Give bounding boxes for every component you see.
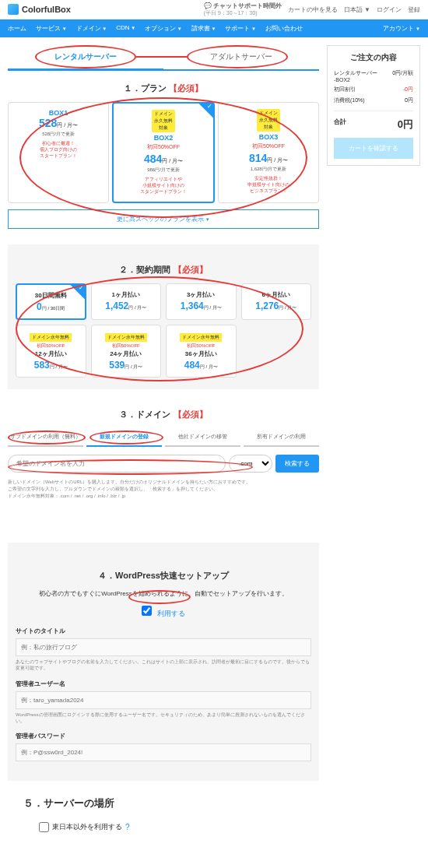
domain-search-input[interactable] (8, 455, 226, 473)
section-2-title: ２．契約期間 【必須】 (16, 264, 311, 276)
tab-rental-server[interactable]: レンタルサーバー (8, 45, 163, 71)
lang-select[interactable]: 日本語 ▼ (344, 5, 370, 14)
check-icon (198, 103, 214, 118)
dtab-new-domain[interactable]: 新規ドメインの登録 (86, 428, 162, 447)
term-1month[interactable]: 1ヶ月払い 1,452円 / 月〜 (91, 283, 162, 320)
term-6month[interactable]: 6ヶ月払い 1,276円 / 月〜 (241, 283, 312, 320)
nav-cdn[interactable]: CDN (116, 24, 135, 33)
section-1-title: １．プラン 【必須】 (8, 83, 319, 94)
brand-text: ColorfulBox (22, 5, 71, 14)
site-title-input[interactable] (16, 638, 311, 656)
login-link[interactable]: ログイン (377, 5, 402, 14)
confirm-cart-button[interactable]: カートを確認する (334, 138, 413, 159)
plan-box3[interactable]: ドメイン 永久無料 対象 BOX3 初回50%OFF 814円 / 月〜 1,6… (218, 102, 319, 202)
nav-support[interactable]: サポート (225, 24, 256, 33)
register-link[interactable]: 登録 (408, 5, 420, 14)
logo-icon (8, 4, 19, 15)
help-icon[interactable]: ? (125, 823, 130, 831)
order-summary: ご注文の内容 レンタルサーバー -BOX20円/月額 初回割引-0円 消費税(1… (327, 45, 420, 166)
nav-contact[interactable]: お問い合わせ (265, 24, 303, 33)
dtab-owned[interactable]: 所有ドメインの利用 (244, 428, 319, 447)
section-3-title: ３．ドメイン 【必須】 (8, 409, 319, 420)
admin-pass-input[interactable] (16, 743, 311, 761)
term-12month[interactable]: ドメイン永年無料 初回50%OFF 12ヶ月払い 583円 / 月〜 (16, 325, 86, 378)
nav-service[interactable]: サービス (36, 24, 67, 33)
show-more-plans[interactable]: 更に高スペックのプランを表示 (8, 209, 319, 229)
domain-help: 新しいドメイン（WebサイトのURL）を購入します。自分だけのオリジナルドメイン… (8, 479, 319, 500)
logo[interactable]: ColorfulBox (8, 4, 71, 15)
section-5-title: ５．サーバーの場所 (23, 796, 303, 810)
nav-home[interactable]: ホーム (8, 24, 26, 33)
term-36month[interactable]: ドメイン永年無料 初回50%OFF 36ヶ月払い 484円 / 月〜 (166, 325, 237, 378)
dtab-subdomain[interactable]: サブドメインの利用（無料） (8, 428, 83, 447)
wp-use-checkbox[interactable]: 利用する (142, 610, 185, 617)
term-24month[interactable]: ドメイン永年無料 初回50%OFF 24ヶ月払い 539円 / 月〜 (91, 325, 162, 378)
location-checkbox[interactable]: 東日本以外を利用する ? (23, 822, 303, 832)
nav-option[interactable]: オプション (145, 24, 182, 33)
admin-user-input[interactable] (16, 691, 311, 709)
plan-box1[interactable]: BOX1 528円 / 月〜 528円/月で更新 初心者に最適！ 個人ブログ向け… (8, 102, 109, 202)
cart-link[interactable]: カートの中を見る (288, 5, 338, 14)
section-4-title: ４．WordPress快速セットアップ (23, 570, 303, 582)
chat-support-info: 💬 チャットサポート時間外 (平日 9：30～17：30) (204, 3, 282, 16)
term-3month[interactable]: 3ヶ月払い 1,364円 / 月〜 (166, 283, 237, 320)
admin-pass-label: 管理者パスワード (16, 732, 311, 740)
nav-billing[interactable]: 請求書 (191, 24, 216, 33)
site-title-label: サイトのタイトル (16, 627, 311, 635)
plan-box2[interactable]: ドメイン 永久無料 対象 BOX2 初回50%OFF 484円 / 月〜 986… (112, 102, 215, 202)
search-button[interactable]: 検索する (275, 455, 319, 473)
tld-select[interactable]: .com (229, 455, 272, 473)
admin-user-label: 管理者ユーザー名 (16, 680, 311, 688)
nav-account[interactable]: アカウント (383, 24, 420, 33)
wp-intro: 初心者の方でもすぐにWordPressを始められるように、自動でセットアップを行… (23, 589, 303, 598)
tab-adult-server[interactable]: アダルトサーバー (163, 45, 319, 69)
nav-domain[interactable]: ドメイン (76, 24, 107, 33)
dtab-transfer[interactable]: 他社ドメインの移管 (165, 428, 240, 447)
term-30day-free[interactable]: 30日間無料 0円 / 30日間 (16, 283, 86, 320)
